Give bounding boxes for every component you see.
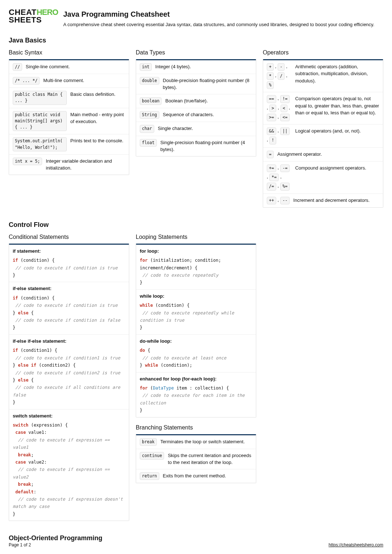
col-operators: Operators + , - , * , / , %Arithmetic op… — [263, 48, 383, 213]
table-row: += , -= , *= , /= , %=Compound assignmen… — [263, 162, 383, 194]
col-data-types: Data Types intInteger (4 bytes).doubleDo… — [136, 48, 256, 162]
page-footer: Page 1 of 2 https://cheatsheetshero.com — [9, 542, 383, 548]
code-pill: return — [140, 472, 159, 480]
code-cell: public class Main { ... } — [13, 91, 67, 105]
separator: , — [275, 63, 276, 71]
separator: , — [267, 174, 268, 181]
code-pill: = — [267, 151, 274, 158]
code-snippet: for (DataType item : collection) { // co… — [140, 384, 252, 414]
card-looping: for loop:for (initialization; condition;… — [136, 244, 256, 417]
section-java-basics: Java Basics — [9, 36, 383, 45]
table-row: continueSkips the current iteration and … — [136, 449, 256, 469]
code-cell: = — [267, 151, 274, 158]
code-pill: <= — [280, 114, 290, 121]
table-row: && , || , !Logical operators (and, or, n… — [263, 125, 383, 148]
code-cell: String — [140, 111, 159, 119]
code-pill: float — [140, 139, 157, 147]
card-title-conditional: Conditional Statements — [9, 233, 129, 241]
code-block: if-else if-else statement:if (condition1… — [9, 335, 129, 410]
code-pill: -- — [280, 197, 290, 204]
separator: , — [278, 164, 279, 172]
code-pill: >= — [267, 114, 276, 121]
table-row: floatSingle-precision floating-point num… — [136, 136, 256, 156]
code-pill: System.out.println("Hello, World!"); — [13, 137, 67, 151]
code-pill: int — [140, 63, 152, 71]
code-pill: -= — [280, 164, 290, 172]
block-label: for loop: — [140, 248, 252, 255]
table-row: returnExits from the current method. — [136, 469, 256, 483]
table-row: int x = 5;Integer variable declaration a… — [9, 155, 129, 175]
description: Increment and decrement operators. — [293, 197, 379, 204]
code-block: if statement:if (condition) { // code to… — [9, 245, 129, 282]
table-row: public class Main { ... }Basic class def… — [9, 88, 129, 108]
code-cell: boolean — [140, 97, 162, 105]
code-cell: continue — [140, 452, 164, 460]
code-pill: public class Main { ... } — [13, 91, 67, 105]
description: Exits from the current method. — [163, 472, 252, 480]
description: Prints text to the console. — [70, 137, 125, 144]
code-cell: int x = 5; — [13, 158, 42, 165]
card-data-types: intInteger (4 bytes).doubleDouble-precis… — [136, 59, 256, 156]
code-pill: > — [269, 105, 276, 112]
description: Single-line comment. — [26, 63, 125, 70]
code-pill: % — [267, 81, 274, 89]
code-pill: ! — [269, 137, 276, 144]
col-conditional: Conditional Statements if statement:if (… — [9, 233, 129, 527]
code-pill: public static void main(String[] args) {… — [13, 111, 67, 131]
page-indicator: Page 1 of 2 — [9, 542, 31, 548]
code-pill: * — [267, 72, 274, 80]
code-pill: %= — [280, 183, 290, 190]
code-pill: break — [140, 438, 157, 446]
code-pill: String — [140, 111, 159, 119]
code-pill: /= — [267, 183, 276, 190]
description: Comparison operators (equal to, not equa… — [295, 95, 379, 117]
code-pill: == — [267, 95, 276, 103]
code-block: switch statement:switch (expression) { c… — [9, 410, 129, 521]
block-label: switch statement: — [13, 412, 125, 420]
description: Double-precision floating-point number (… — [163, 77, 252, 91]
code-pill: && — [267, 127, 276, 135]
table-row: breakTerminates the loop or switch state… — [136, 435, 256, 449]
logo-line2: SHEETS — [9, 16, 58, 24]
separator: , — [289, 105, 290, 112]
code-pill: += — [267, 164, 276, 172]
section-control-flow: Control Flow — [9, 220, 383, 230]
code-cell: == , != , > , < , >= , <= — [267, 95, 291, 121]
code-cell: break — [140, 438, 157, 446]
code-pill: // — [13, 63, 22, 71]
card-conditional: if statement:if (condition) { // code to… — [9, 244, 129, 521]
separator: , — [278, 114, 279, 121]
code-cell: double — [140, 77, 159, 85]
card-basic-syntax: //Single-line comment./* ... */Multi-lin… — [9, 59, 129, 175]
page-title: Java Programming Cheatsheet — [63, 9, 374, 20]
code-cell: += , -= , *= , /= , %= — [267, 164, 291, 191]
description: Main method - entry point of execution. — [70, 111, 125, 125]
separator: , — [278, 183, 279, 190]
table-row: == , != , > , < , >= , <=Comparison oper… — [263, 92, 383, 125]
code-snippet: switch (expression) { case value1: // co… — [13, 421, 125, 518]
description: Single-precision floating-point number (… — [160, 139, 252, 153]
source-link[interactable]: https://cheatsheetshero.com — [328, 542, 383, 548]
block-label: if statement: — [13, 248, 125, 255]
description: Basic class definition. — [70, 91, 125, 98]
description: Arithmetic operators (addition, subtract… — [295, 63, 379, 85]
table-row: =Assignment operator. — [263, 148, 383, 162]
code-snippet: for (initialization; condition; incremen… — [140, 257, 252, 286]
code-cell: /* ... */ — [13, 77, 40, 85]
table-row: doubleDouble-precision floating-point nu… — [136, 74, 256, 94]
code-block: do-while loop:do { // code to execute at… — [136, 335, 256, 372]
code-cell: && , || , ! — [267, 127, 291, 144]
table-row: /* ... */Multi-line comment. — [9, 74, 129, 88]
card-title-basic-syntax: Basic Syntax — [9, 48, 129, 57]
card-title-branching: Branching Statements — [136, 423, 256, 432]
page-header: CHEATHERO SHEETS Java Programming Cheats… — [9, 9, 383, 28]
description: Single character. — [158, 125, 252, 132]
code-cell: float — [140, 139, 157, 147]
table-row: + , - , * , / , %Arithmetic operators (a… — [263, 60, 383, 93]
table-row: booleanBoolean (true/false). — [136, 94, 256, 108]
table-row: public static void main(String[] args) {… — [9, 108, 129, 135]
separator: , — [278, 197, 279, 204]
card-title-operators: Operators — [263, 48, 383, 57]
code-pill: != — [280, 95, 290, 103]
code-cell: int — [140, 63, 152, 71]
